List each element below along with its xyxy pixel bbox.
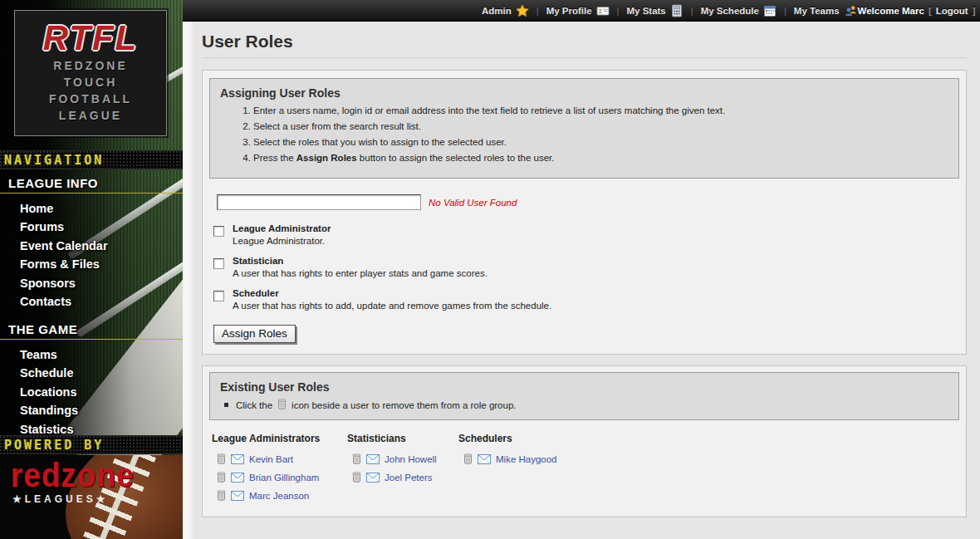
assigning-instructions-box: Assigning User Roles Enter a users name,… bbox=[209, 78, 959, 179]
role-name: League Administrator bbox=[233, 223, 331, 233]
topbar-separator: | bbox=[784, 6, 786, 16]
group-title: League Administrators bbox=[212, 433, 347, 444]
email-user-icon[interactable] bbox=[231, 454, 244, 464]
remove-user-trash-icon[interactable] bbox=[217, 490, 226, 501]
role-name: Scheduler bbox=[233, 288, 551, 298]
user-link[interactable]: Kevin Bart bbox=[249, 454, 293, 464]
email-user-icon[interactable] bbox=[231, 491, 244, 501]
navigation-banner-label: NAVIGATION bbox=[0, 151, 183, 169]
sidebar-item-sponsors[interactable]: Sponsors bbox=[20, 274, 183, 292]
sidebar-item-teams[interactable]: Teams bbox=[20, 345, 183, 364]
topbar-item-label: My Stats bbox=[626, 6, 665, 16]
sidebar-item-schedule[interactable]: Schedule bbox=[20, 364, 183, 382]
assigning-step: Enter a users name, login id or email ad… bbox=[253, 105, 948, 117]
topbar-user-area: Welcome Marc [ Logout ] bbox=[858, 6, 976, 16]
topbar-item-my-profile[interactable]: My Profile bbox=[546, 4, 610, 17]
section-title-league-info: LEAGUE INFO bbox=[0, 173, 183, 194]
sidebar-item-contacts[interactable]: Contacts bbox=[20, 292, 183, 311]
sidebar: RTFL REDZONE TOUCH FOOTBALL LEAGUE NAVIG… bbox=[0, 0, 183, 539]
user-search-input[interactable] bbox=[217, 194, 421, 210]
redzone-leagues-logo[interactable]: redzone ★LEAGUES★ bbox=[0, 455, 183, 539]
assigning-steps-list: Enter a users name, login id or email ad… bbox=[220, 105, 948, 164]
topbar-item-label: My Profile bbox=[546, 6, 592, 16]
section-title-the-game: THE GAME bbox=[0, 319, 183, 340]
group-statisticians: Statisticians John Howell Joel Peters bbox=[347, 433, 458, 508]
topbar-item-admin[interactable]: Admin bbox=[482, 4, 529, 17]
sidebar-item-locations[interactable]: Locations bbox=[20, 383, 183, 401]
user-link[interactable]: Joel Peters bbox=[385, 473, 433, 483]
topbar-item-my-schedule[interactable]: My Schedule bbox=[701, 4, 777, 17]
rtfl-logo-line: REDZONE bbox=[15, 57, 166, 74]
sidebar-item-forms-files[interactable]: Forms & Files bbox=[20, 255, 183, 273]
existing-roles-panel: Existing User Roles Click the icon besid… bbox=[202, 365, 967, 517]
logout-bracket: ] bbox=[973, 6, 976, 16]
logout-bracket: [ bbox=[929, 6, 932, 16]
rtfl-logo-line: LEAGUE bbox=[15, 107, 166, 124]
topbar-item-label: Admin bbox=[482, 6, 512, 16]
section-the-game: THE GAME Teams Schedule Locations Standi… bbox=[0, 319, 183, 439]
navigation-banner: NAVIGATION bbox=[0, 150, 183, 169]
sidebar-item-forums[interactable]: Forums bbox=[20, 218, 183, 236]
topbar-separator: | bbox=[617, 6, 620, 16]
remove-user-trash-icon[interactable] bbox=[352, 453, 361, 464]
sidebar-item-event-calendar[interactable]: Event Calendar bbox=[20, 237, 183, 255]
topbar-item-label: My Schedule bbox=[701, 6, 759, 16]
page-title: User Roles bbox=[202, 32, 967, 51]
role-checkbox-league-administrator[interactable] bbox=[213, 226, 224, 237]
star-icon bbox=[516, 4, 529, 17]
user-row: Kevin Bart bbox=[217, 453, 347, 464]
topbar-item-my-teams[interactable]: My Teams bbox=[794, 4, 858, 17]
user-link[interactable]: Brian Gillingham bbox=[249, 473, 319, 483]
email-user-icon[interactable] bbox=[366, 473, 380, 483]
email-user-icon[interactable] bbox=[366, 454, 380, 464]
sidebar-item-standings[interactable]: Standings bbox=[20, 401, 183, 419]
email-user-icon[interactable] bbox=[478, 454, 491, 464]
vcard-icon bbox=[596, 4, 610, 17]
calculator-icon bbox=[670, 4, 684, 17]
topbar-item-my-stats[interactable]: My Stats bbox=[626, 4, 683, 17]
group-schedulers: Schedulers Mike Haygood bbox=[458, 433, 557, 508]
existing-roles-note: Click the icon beside a user to remove t… bbox=[224, 399, 948, 411]
search-status-message: No Valid User Found bbox=[429, 198, 517, 208]
email-user-icon[interactable] bbox=[231, 473, 244, 483]
group-title: Schedulers bbox=[458, 433, 557, 444]
role-groups: League Administrators Kevin Bart Brian G… bbox=[212, 433, 959, 508]
assigning-box-title: Assigning User Roles bbox=[220, 86, 948, 100]
assign-roles-button[interactable]: Assign Roles bbox=[213, 325, 296, 343]
trash-icon bbox=[276, 399, 288, 411]
topbar-separator: | bbox=[691, 6, 693, 16]
group-league-administrators: League Administrators Kevin Bart Brian G… bbox=[212, 433, 347, 508]
user-link[interactable]: Marc Jeanson bbox=[249, 491, 309, 501]
role-name: Statistician bbox=[233, 256, 488, 266]
group-title: Statisticians bbox=[347, 433, 458, 444]
welcome-text: Welcome Marc bbox=[858, 6, 924, 16]
role-description: A user that has rights to enter player s… bbox=[233, 268, 488, 278]
role-checkbox-scheduler[interactable] bbox=[213, 291, 224, 301]
remove-user-trash-icon[interactable] bbox=[217, 453, 226, 464]
topbar: Admin | My Profile | My Stats | My Sched… bbox=[183, 0, 980, 22]
user-link[interactable]: Mike Haygood bbox=[496, 454, 557, 464]
topbar-menu: Admin | My Profile | My Stats | My Sched… bbox=[482, 4, 858, 17]
user-link[interactable]: John Howell bbox=[385, 454, 437, 464]
remove-user-trash-icon[interactable] bbox=[217, 472, 226, 483]
calendar-icon bbox=[763, 4, 777, 17]
user-row: Joel Peters bbox=[352, 472, 458, 483]
role-checkbox-statistician[interactable] bbox=[213, 258, 224, 269]
redzone-leagues-subtitle: ★LEAGUES★ bbox=[12, 493, 109, 505]
sidebar-item-home[interactable]: Home bbox=[20, 199, 183, 218]
user-row: Brian Gillingham bbox=[217, 472, 347, 483]
rtfl-logo-line: FOOTBALL bbox=[15, 91, 166, 107]
existing-roles-box: Existing User Roles Click the icon besid… bbox=[209, 372, 959, 420]
role-option-scheduler: Scheduler A user that has rights to add,… bbox=[213, 288, 959, 311]
assigning-step: Select the roles that you wish to assign… bbox=[253, 136, 948, 149]
remove-user-trash-icon[interactable] bbox=[352, 472, 361, 483]
remove-user-trash-icon[interactable] bbox=[463, 453, 473, 464]
user-row: John Howell bbox=[352, 453, 458, 464]
rtfl-logo-acronym: RTFL bbox=[15, 19, 166, 57]
role-options: League Administrator League Administrato… bbox=[213, 223, 959, 311]
rtfl-logo[interactable]: RTFL REDZONE TOUCH FOOTBALL LEAGUE bbox=[14, 10, 167, 136]
group-icon bbox=[844, 4, 858, 17]
role-option-league-administrator: League Administrator League Administrato… bbox=[213, 223, 959, 246]
logout-link[interactable]: Logout bbox=[936, 6, 968, 16]
role-description: League Administrator. bbox=[233, 236, 331, 246]
